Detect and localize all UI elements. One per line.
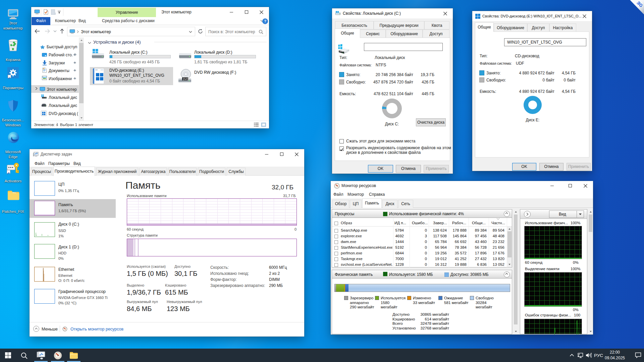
svg-text:DVD: DVD — [183, 77, 189, 81]
